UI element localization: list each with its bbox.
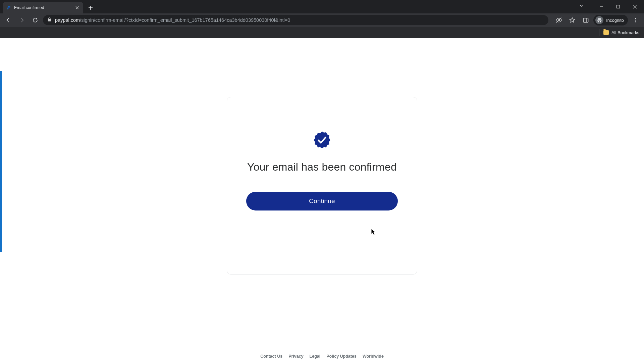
window-minimize-button[interactable]: [594, 1, 609, 12]
nav-reload-button[interactable]: [30, 14, 41, 26]
left-accent-stripe: [0, 71, 2, 252]
all-bookmarks-label: All Bookmarks: [611, 30, 639, 35]
browser-toolbar: paypal.com/signin/confirm-email/?ctxId=c…: [0, 13, 644, 27]
confirmation-headline: Your email has been confirmed: [247, 160, 397, 174]
side-panel-icon[interactable]: [580, 14, 591, 26]
url-text: paypal.com/signin/confirm-email/?ctxId=c…: [55, 17, 290, 23]
svg-point-5: [635, 21, 636, 22]
nav-back-button[interactable]: [3, 14, 14, 26]
bookmarks-bar: All Bookmarks: [0, 27, 644, 38]
bookmarks-separator: [599, 29, 599, 36]
address-bar[interactable]: paypal.com/signin/confirm-email/?ctxId=c…: [43, 15, 548, 25]
window-close-button[interactable]: [627, 1, 643, 12]
url-path: /signin/confirm-email/?ctxId=confirm_ema…: [80, 17, 290, 23]
incognito-chip[interactable]: Incognito: [593, 15, 628, 25]
new-tab-button[interactable]: [86, 3, 95, 12]
lock-icon: [47, 17, 52, 23]
folder-icon: [603, 30, 609, 35]
continue-button[interactable]: Continue: [246, 192, 398, 210]
eye-off-icon[interactable]: [553, 14, 565, 26]
kebab-menu-icon[interactable]: [630, 14, 641, 26]
footer-link-legal[interactable]: Legal: [310, 354, 321, 359]
svg-rect-0: [617, 5, 620, 8]
page-viewport: Your email has been confirmed Continue C…: [0, 38, 644, 362]
footer-link-privacy[interactable]: Privacy: [288, 354, 303, 359]
svg-point-4: [635, 20, 636, 21]
svg-point-3: [635, 18, 636, 19]
confirmation-card: Your email has been confirmed Continue: [227, 97, 417, 275]
window-controls: [594, 0, 644, 13]
toolbar-right-icons: Incognito: [553, 14, 641, 26]
footer-link-contact[interactable]: Contact Us: [260, 354, 282, 359]
footer-link-policy-updates[interactable]: Policy Updates: [326, 354, 357, 359]
tab-close-icon[interactable]: [74, 5, 80, 10]
footer-links: Contact Us Privacy Legal Policy Updates …: [0, 354, 644, 359]
nav-forward-button[interactable]: [16, 14, 28, 26]
browser-tab-active[interactable]: Email confirmed: [3, 2, 83, 13]
incognito-label: Incognito: [606, 18, 624, 23]
svg-rect-2: [583, 18, 588, 22]
paypal-favicon-icon: [6, 5, 11, 10]
verified-badge-icon: [313, 131, 331, 149]
footer-link-worldwide[interactable]: Worldwide: [363, 354, 384, 359]
tab-title: Email confirmed: [14, 5, 72, 10]
bookmark-star-icon[interactable]: [567, 14, 578, 26]
url-host: paypal.com: [55, 17, 80, 23]
window-maximize-button[interactable]: [610, 1, 626, 12]
browser-titlebar: Email confirmed: [0, 0, 644, 13]
incognito-icon: [595, 16, 603, 24]
all-bookmarks-button[interactable]: All Bookmarks: [603, 30, 639, 35]
tab-search-chevron-icon[interactable]: [579, 3, 584, 9]
